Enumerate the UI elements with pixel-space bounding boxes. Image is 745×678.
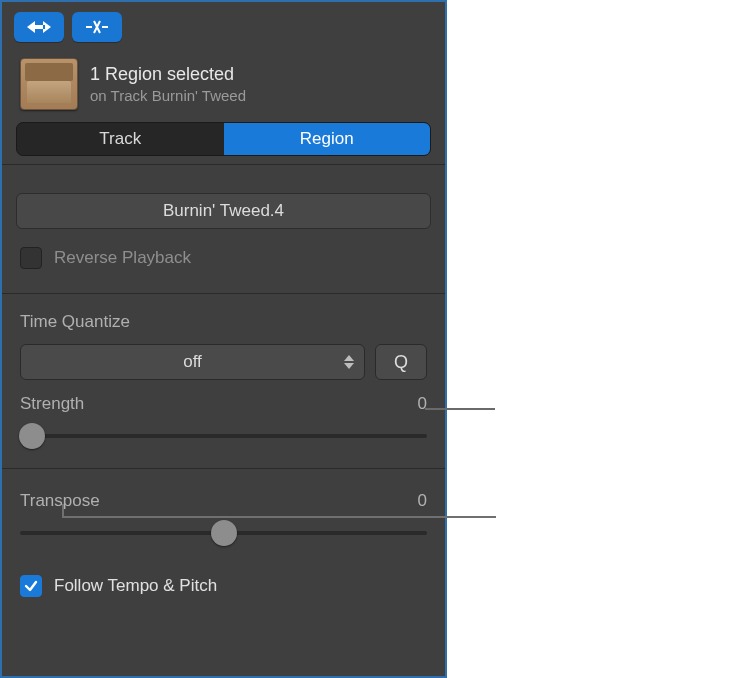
follow-tempo-label: Follow Tempo & Pitch [54, 576, 217, 596]
reverse-playback-checkbox[interactable] [20, 247, 42, 269]
callout-line [62, 516, 496, 518]
strength-slider[interactable] [20, 422, 427, 450]
time-quantize-select[interactable]: off [20, 344, 365, 380]
quantize-button[interactable]: Q [375, 344, 427, 380]
region-header: 1 Region selected on Track Burnin' Tweed [2, 48, 445, 122]
link-icon-button[interactable] [14, 12, 64, 42]
region-name-field[interactable]: Burnin' Tweed.4 [16, 193, 431, 229]
region-header-subtitle: on Track Burnin' Tweed [90, 87, 246, 104]
strength-value: 0 [418, 394, 427, 414]
strength-header: Strength 0 [20, 380, 427, 422]
reverse-playback-row: Reverse Playback [2, 245, 445, 293]
region-header-text: 1 Region selected on Track Burnin' Tweed [90, 64, 246, 104]
transpose-header: Transpose 0 [20, 491, 427, 519]
reverse-playback-label: Reverse Playback [54, 248, 191, 268]
transpose-slider-thumb[interactable] [211, 520, 237, 546]
transpose-label: Transpose [20, 491, 100, 511]
track-region-segmented[interactable]: Track Region [16, 122, 431, 156]
strength-label: Strength [20, 394, 84, 414]
callout-line [425, 408, 495, 410]
top-toolbar [2, 2, 445, 48]
transpose-value: 0 [418, 491, 427, 511]
slider-track-line [20, 434, 427, 438]
follow-tempo-checkbox[interactable] [20, 575, 42, 597]
time-quantize-section: Time Quantize off Q Strength 0 [2, 294, 445, 460]
time-quantize-value: off [183, 352, 202, 372]
time-quantize-row: off Q [20, 344, 427, 380]
strength-slider-thumb[interactable] [19, 423, 45, 449]
transpose-slider[interactable] [20, 519, 427, 547]
region-header-title: 1 Region selected [90, 64, 246, 85]
tab-track[interactable]: Track [17, 123, 224, 155]
time-quantize-title: Time Quantize [20, 312, 427, 332]
region-name-wrap: Burnin' Tweed.4 [2, 165, 445, 245]
follow-tempo-row: Follow Tempo & Pitch [2, 557, 445, 605]
transpose-section: Transpose 0 [2, 469, 445, 557]
track-region-segmented-wrap: Track Region [2, 122, 445, 164]
region-inspector-panel: 1 Region selected on Track Burnin' Tweed… [0, 0, 447, 678]
snap-icon-button[interactable] [72, 12, 122, 42]
tab-region[interactable]: Region [224, 123, 431, 155]
chevron-up-down-icon [344, 355, 354, 369]
region-thumbnail-icon [20, 58, 78, 110]
